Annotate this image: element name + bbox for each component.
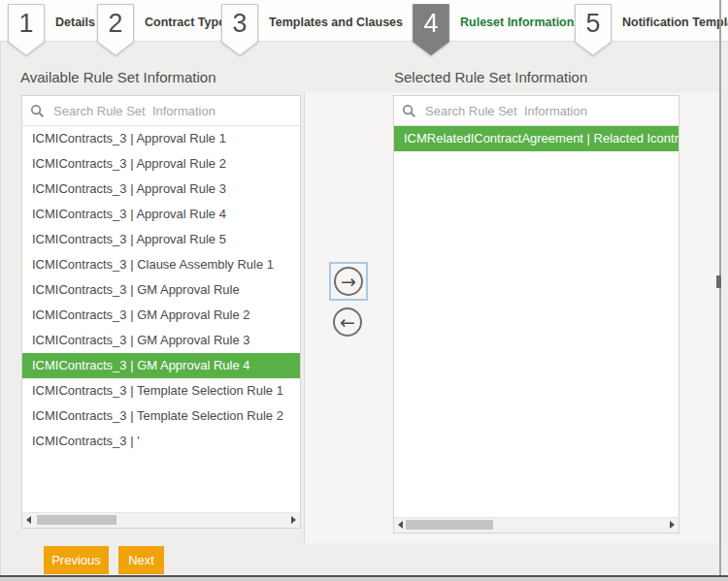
move-right-focus-ring: → <box>329 262 368 301</box>
step-number: 2 <box>97 5 134 42</box>
move-left-button[interactable]: ← <box>333 307 362 337</box>
list-item[interactable]: ICMIContracts_3 | Approval Rule 3 <box>22 177 300 202</box>
step-label: Templates and Clauses <box>269 16 403 29</box>
list-item[interactable]: ICMIContracts_3 | GM Approval Rule 2 <box>22 303 300 328</box>
step-label: Details <box>55 16 95 29</box>
list-item[interactable]: ICMIContracts_3 | Approval Rule 5 <box>22 227 300 252</box>
move-right-button[interactable]: → <box>334 267 363 296</box>
wizard-step-bar: 1 Details 2 Contract Type 3 Templates an… <box>0 0 728 42</box>
list-item[interactable]: ICMIContracts_3 | ' <box>22 429 300 454</box>
wizard-step-1-details[interactable]: 1 Details <box>8 4 95 56</box>
search-icon <box>402 104 416 118</box>
selected-heading: Selected Rule Set Information <box>394 69 587 85</box>
step-label: Contract Type <box>145 16 225 29</box>
right-arrow-icon: → <box>341 271 356 292</box>
wizard-step-4-ruleset-information[interactable]: 4 Ruleset Information <box>413 4 574 56</box>
scroll-left-icon[interactable] <box>22 513 35 527</box>
wizard-step-3-templates-clauses[interactable]: 3 Templates and Clauses <box>221 4 403 56</box>
selected-list: ICMRelatedIContractAgreement | Relacted … <box>394 126 678 517</box>
step-label: Notification Templates <box>622 16 728 29</box>
step-number: 4 <box>413 5 449 42</box>
wizard-step-2-contract-type[interactable]: 2 Contract Type <box>97 4 225 56</box>
left-arrow-icon: ← <box>340 311 355 333</box>
scroll-right-icon[interactable] <box>287 513 300 527</box>
wizard-step-5-notification-templates[interactable]: 5 Notification Templates <box>575 4 728 56</box>
available-rule-set-panel: ICMIContracts_3 | Approval Rule 1ICMICon… <box>21 95 301 529</box>
step-pentagon-active: 4 <box>413 4 449 56</box>
available-horizontal-scrollbar[interactable] <box>22 512 300 528</box>
available-search-row <box>22 96 300 126</box>
scrollbar-thumb[interactable] <box>37 515 116 525</box>
step-pentagon: 5 <box>575 4 612 56</box>
selected-horizontal-scrollbar[interactable] <box>394 517 678 533</box>
window-right-border <box>719 0 721 576</box>
step-pentagon: 3 <box>221 4 258 56</box>
scrollbar-thumb[interactable] <box>406 520 493 530</box>
previous-button[interactable]: Previous <box>44 546 109 574</box>
step-pentagon: 1 <box>8 4 45 56</box>
list-item[interactable]: ICMIContracts_3 | GM Approval Rule <box>22 277 300 303</box>
list-item[interactable]: ICMIContracts_3 | Approval Rule 4 <box>22 202 300 227</box>
list-item[interactable]: ICMIContracts_3 | GM Approval Rule 4 <box>22 353 300 378</box>
search-icon <box>30 104 45 118</box>
list-item[interactable]: ICMIContracts_3 | Template Selection Rul… <box>22 378 300 403</box>
list-item[interactable]: ICMIContracts_3 | Template Selection Rul… <box>22 403 300 429</box>
step-number: 3 <box>221 5 258 42</box>
list-item[interactable]: ICMRelatedIContractAgreement | Relacted … <box>394 126 678 151</box>
selected-search-row <box>394 96 678 126</box>
window-bottom-shadow <box>0 577 728 581</box>
list-item[interactable]: ICMIContracts_3 | Approval Rule 1 <box>22 126 300 151</box>
step-number: 1 <box>8 5 45 42</box>
next-button[interactable]: Next <box>118 546 164 574</box>
list-item[interactable]: ICMIContracts_3 | Approval Rule 2 <box>22 151 300 177</box>
scroll-right-icon[interactable] <box>666 518 678 532</box>
selected-rule-set-panel: ICMRelatedIContractAgreement | Relacted … <box>393 95 679 533</box>
list-item[interactable]: ICMIContracts_3 | Clause Assembly Rule 1 <box>22 252 300 277</box>
list-item[interactable]: ICMIContracts_3 | GM Approval Rule 3 <box>22 328 300 353</box>
available-heading: Available Rule Set Information <box>20 69 216 85</box>
step-label: Ruleset Information <box>460 16 574 29</box>
selected-search-input[interactable] <box>423 103 671 119</box>
step-number: 5 <box>575 5 612 42</box>
available-list: ICMIContracts_3 | Approval Rule 1ICMICon… <box>22 126 300 512</box>
step-pentagon: 2 <box>97 4 134 56</box>
window-left-border <box>0 0 1 581</box>
available-search-input[interactable] <box>51 103 292 119</box>
window-resize-mark[interactable] <box>716 275 721 288</box>
